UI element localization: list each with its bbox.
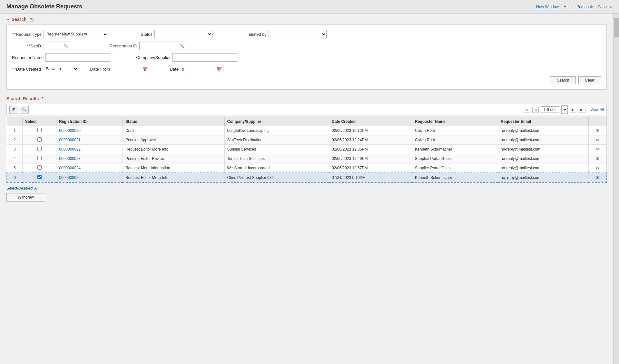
initiated-by-select[interactable] (269, 30, 327, 38)
grid-icon: ⊞ (12, 107, 15, 112)
row-number: 4 (7, 154, 23, 163)
table-row: 1 0000000020 Draft Longfellow Landscapin… (7, 126, 606, 135)
row-number: 1 (7, 126, 23, 135)
date-to-label: Date To (165, 67, 184, 72)
page-dropdown[interactable]: ▼ (561, 105, 568, 114)
table-row: 5 0000000024 Request More Information We… (7, 163, 606, 173)
select-deselect-all-link[interactable]: Select/Deselect All (6, 186, 607, 191)
registration-id-link[interactable]: 0000000021 (59, 138, 81, 142)
request-type-select[interactable]: Register New Suppliers Update Supplier I… (44, 30, 108, 38)
status-select[interactable] (154, 30, 212, 38)
row-requester-email: no-reply@mailtest.com (498, 126, 589, 135)
company-supplier-input[interactable] (172, 53, 237, 62)
search-btn-row: Search Clear (12, 76, 601, 84)
row-select-cell[interactable] (23, 173, 56, 182)
col-header-date: Date Created (329, 117, 412, 126)
first-page-btn[interactable]: |◀ (523, 107, 530, 113)
registration-id-link[interactable]: 0000000026 (59, 175, 81, 180)
clear-button[interactable]: Clear (578, 76, 601, 84)
new-window-link[interactable]: New Window (536, 5, 559, 9)
registration-id-search-btn[interactable]: 🔍 (178, 43, 186, 49)
requester-name-input[interactable] (45, 53, 110, 62)
table-row: 3 0000000022 Request Editor More Info.. … (7, 145, 606, 154)
row-email-action[interactable]: ✉ (589, 163, 606, 173)
row-requester-name: Supplier Portal Guest (412, 163, 498, 173)
row-email-action[interactable]: ✉ (589, 154, 606, 163)
col-header-requester-name: Requester Name (412, 117, 498, 126)
row-reg-id: 0000000021 (56, 135, 123, 145)
results-header: Search Results ? (6, 96, 607, 101)
registration-id-input[interactable] (140, 42, 178, 50)
row-checkbox[interactable] (37, 128, 42, 132)
registration-id-link[interactable]: 0000000020 (59, 128, 81, 133)
row-select-cell[interactable] (23, 154, 56, 163)
date-to-calendar-btn[interactable]: 📅 (215, 66, 223, 72)
table-row: 2 0000000021 Pending Approval SimTech Di… (7, 135, 606, 145)
page-title: Manage Obsolete Requests (6, 3, 82, 10)
row-checkbox[interactable] (37, 147, 42, 151)
initiated-by-label: Initiated by (241, 32, 267, 37)
results-section: Search Results ? ⊞ 🔍 |◀ ◀ 1-6 of 6 (6, 96, 607, 202)
row-number: 3 (7, 145, 23, 154)
main-content: ▼ Search ? *Request Type Register New Su… (0, 14, 613, 364)
registration-id-label: Registration ID (105, 44, 137, 48)
row-select-cell[interactable] (23, 163, 56, 173)
setid-group: *SetID SHARE 🔍 (12, 42, 70, 50)
search-results-btn[interactable]: 🔍 (20, 106, 29, 113)
page-info: 1-6 of 6 (541, 106, 560, 113)
date-from-label: Date From (87, 67, 110, 72)
row-status: Draft (123, 126, 224, 135)
next-page-btn[interactable]: ▶ (570, 107, 576, 113)
registration-id-link[interactable]: 0000000023 (59, 156, 81, 161)
results-help-icon[interactable]: ? (41, 96, 43, 101)
row-email-action[interactable]: ✉ (589, 173, 606, 182)
row-reg-id: 0000000023 (56, 154, 123, 163)
row-date: 02/06/2023 12:36PM (329, 145, 412, 154)
date-created-label: *Date Created (12, 67, 41, 72)
row-email-action[interactable]: ✉ (589, 145, 606, 154)
request-type-label: *Request Type (12, 32, 42, 37)
row-company: SimTech Distribution (224, 135, 329, 145)
search-section-header[interactable]: ▼ Search ? (6, 17, 607, 22)
personalize-link[interactable]: Personalize Page (576, 5, 607, 9)
withdraw-button[interactable]: Withdraw (6, 193, 45, 202)
row-reg-id: 0000000022 (56, 145, 123, 154)
row-requester-email: no-reply@mailtest.com (498, 145, 589, 154)
table-header-row: Select Registration ID Status Company/Su… (7, 117, 606, 126)
date-to-input[interactable]: 08/16/2023 (186, 65, 215, 73)
date-from-input[interactable]: 01/17/2023 (112, 65, 141, 73)
prev-page-btn[interactable]: ◀ (532, 107, 539, 113)
row-email-action[interactable]: ✉ (589, 135, 606, 145)
row-checkbox[interactable] (37, 156, 42, 160)
row-requester-name: Kenneth Schumacher (412, 173, 498, 182)
search-button[interactable]: Search (550, 76, 576, 84)
search-icon: 🔍 (22, 107, 27, 112)
row-select-cell[interactable] (23, 135, 56, 145)
row-select-cell[interactable] (23, 145, 56, 154)
grid-view-btn[interactable]: ⊞ (9, 106, 18, 113)
row-date: 07/31/2023 5:10PM (329, 173, 412, 182)
setid-search-btn[interactable]: 🔍 (63, 43, 70, 49)
row-select-cell[interactable] (23, 126, 56, 135)
row-checkbox[interactable] (37, 175, 42, 179)
row-checkbox[interactable] (37, 165, 42, 170)
col-header-select: Select (23, 117, 56, 126)
header-links: New Window | Help | Personalize Page ▲ (536, 5, 613, 9)
help-link[interactable]: Help (564, 5, 572, 9)
setid-input[interactable]: SHARE (43, 42, 63, 50)
view-all-link[interactable]: View All (590, 107, 604, 112)
row-checkbox[interactable] (37, 137, 42, 142)
row-email-action[interactable]: ✉ (589, 126, 606, 135)
table-row: 4 0000000023 Pending Editor Review Terri… (7, 154, 606, 163)
last-page-btn[interactable]: ▶| (578, 107, 585, 113)
row-date: 02/06/2023 12:57PM (329, 163, 412, 173)
search-help-icon[interactable]: ? (29, 17, 34, 22)
date-from-calendar-btn[interactable]: 📅 (141, 66, 149, 72)
date-created-select[interactable]: Between On or Before On or After = (43, 65, 78, 73)
registration-id-link[interactable]: 0000000022 (59, 147, 81, 152)
col-header-requester-email: Requester Email (498, 117, 589, 126)
date-from-group: Date From 01/17/2023 📅 (87, 65, 149, 73)
toolbar-right: |◀ ◀ 1-6 of 6 ▼ ▶ ▶| | View All (523, 105, 604, 114)
registration-id-link[interactable]: 0000000024 (59, 166, 81, 170)
scrollbar[interactable] (613, 14, 619, 364)
